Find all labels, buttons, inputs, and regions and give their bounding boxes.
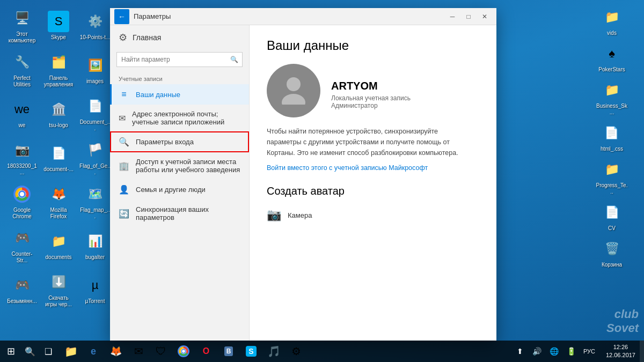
desktop-icons-right: 📁 vids ♠️ PokerStars 📁 Business_Sk... 📄 … bbox=[580, 0, 644, 333]
back-button[interactable]: ← bbox=[114, 9, 129, 24]
desktop-icon-utorrent[interactable]: µ µTorrent bbox=[77, 268, 113, 311]
desktop: 🖥️ Этот компьютер S Skype ⚙️ 10-Points-t… bbox=[0, 0, 644, 362]
desktop-icon-img1[interactable]: 📷 18033200_1... bbox=[4, 136, 40, 179]
icon-label-pokerstars: PokerStars bbox=[598, 67, 625, 73]
notifications-icon[interactable]: ⬆ bbox=[513, 341, 528, 362]
desktop-icon-tsu-logo[interactable]: 🏛️ tsu-logo bbox=[41, 92, 76, 135]
icon-label-html-css: html_.css bbox=[601, 146, 623, 152]
taskbar-pinned-apps: 📁e🦊✉🛡OВS🎵⚙ bbox=[58, 341, 508, 362]
icon-img-recycle-bin: 🗑️ bbox=[601, 238, 623, 260]
icon-label-business-sk: Business_Sk... bbox=[596, 103, 628, 116]
sidebar-label-family: Семья и другие люди bbox=[136, 186, 206, 194]
icon-img-cv: 📄 bbox=[601, 202, 623, 223]
battery-icon[interactable]: 🔋 bbox=[564, 341, 579, 362]
icon-img-tsu-logo: 🏛️ bbox=[48, 99, 69, 120]
info-text: Чтобы найти потерянное устройство, синхр… bbox=[267, 126, 471, 158]
desktop-icon-flag[interactable]: 🏳️ Flag_of_Ge... bbox=[77, 136, 113, 179]
icon-label-documents: documents bbox=[46, 254, 72, 261]
svg-point-9 bbox=[182, 350, 185, 353]
desktop-icon-10points[interactable]: ⚙️ 10-Points-t... bbox=[77, 4, 113, 47]
camera-item[interactable]: 📷 Камера bbox=[267, 204, 479, 226]
sidebar-item-sign-in-options[interactable]: 🔍 Параметры входа bbox=[110, 131, 249, 152]
icon-img-flag: 🏳️ bbox=[84, 139, 106, 161]
icon-img-mozilla-firefox: 🦊 bbox=[48, 183, 69, 205]
microsoft-account-link[interactable]: Войти вместо этого с учетной записью Май… bbox=[267, 164, 428, 172]
taskbar-app-vk[interactable]: В bbox=[218, 341, 239, 362]
taskbar-app-app13[interactable]: 🎵 bbox=[263, 341, 284, 362]
desktop-icon-pokerstars[interactable]: ♠️ PokerStars bbox=[596, 41, 627, 75]
desktop-icon-documents[interactable]: 📁 documents bbox=[41, 224, 76, 267]
start-button[interactable]: ⊞ bbox=[0, 341, 21, 362]
desktop-icon-we[interactable]: we we bbox=[4, 92, 40, 135]
sidebar-icon-sign-in-options: 🔍 bbox=[119, 137, 129, 147]
desktop-icon-flag-map[interactable]: 🗺️ Flag_map_... bbox=[77, 180, 113, 223]
user-account-type: Локальная учетная запись bbox=[331, 94, 411, 102]
taskbar-app-explorer[interactable]: 📁 bbox=[60, 341, 82, 362]
network-icon[interactable]: 🌐 bbox=[547, 341, 562, 362]
desktop-icon-mozilla-firefox[interactable]: 🦊 Mozilla Firefox bbox=[41, 180, 76, 223]
icon-img-doc2: 📄 bbox=[48, 143, 69, 164]
sidebar-item-family[interactable]: 👤 Семья и другие люди bbox=[110, 179, 249, 200]
sidebar-item-work-access[interactable]: 🏢 Доступ к учетной записи места работы и… bbox=[110, 152, 249, 179]
desktop-icon-doc2[interactable]: 📄 document-... bbox=[41, 136, 76, 179]
sidebar-item-sync[interactable]: 🔄 Синхронизация ваших параметров bbox=[110, 200, 249, 227]
desktop-icon-counter-strike[interactable]: 🎮 Counter-Str... bbox=[4, 224, 40, 267]
sidebar-icon-work-access: 🏢 bbox=[119, 161, 129, 171]
desktop-icon-images[interactable]: 🖼️ images bbox=[77, 48, 113, 91]
sidebar-home[interactable]: ⚙ Главная bbox=[110, 25, 249, 50]
icon-img-utorrent: µ bbox=[84, 275, 106, 296]
icon-label-control-panel: Панель управления bbox=[43, 75, 74, 88]
window-titlebar: ← Параметры ─ □ ✕ bbox=[110, 8, 496, 25]
sidebar-item-email-accounts[interactable]: ✉ Адрес электронной почты; учетные запис… bbox=[110, 105, 249, 131]
taskbar-app-settings-tb[interactable]: ⚙ bbox=[286, 341, 307, 362]
window-body: ⚙ Главная 🔍 Учетные записи ≡ Ваши данные… bbox=[110, 25, 496, 341]
desktop-icon-control-panel[interactable]: 🗂️ Панель управления bbox=[41, 48, 76, 91]
icon-img-bugalter: 📊 bbox=[84, 231, 106, 252]
avatar[interactable] bbox=[267, 64, 320, 117]
search-input[interactable] bbox=[116, 52, 243, 67]
taskbar-clock[interactable]: 12:26 12.06.2017 bbox=[602, 341, 640, 362]
taskbar-app-skype-tb[interactable]: S bbox=[240, 341, 262, 362]
taskbar-app-mail[interactable]: ✉ bbox=[128, 341, 149, 362]
volume-icon[interactable]: 🔊 bbox=[530, 341, 545, 362]
desktop-icon-recycle-bin[interactable]: 🗑️ Корзина bbox=[599, 236, 625, 270]
icon-label-skype: Skype bbox=[51, 34, 66, 41]
sidebar-search-container: 🔍 bbox=[116, 52, 243, 67]
taskbar-app-edge[interactable]: e bbox=[83, 341, 104, 362]
desktop-icon-perfect-utilities[interactable]: 🔧 Perfect Utilities bbox=[4, 48, 40, 91]
desktop-icons-left: 🖥️ Этот компьютер S Skype ⚙️ 10-Points-t… bbox=[0, 0, 107, 333]
icon-img-control-panel: 🗂️ bbox=[48, 51, 69, 73]
desktop-icon-google-chrome[interactable]: Google Chrome bbox=[4, 180, 40, 223]
settings-window: ← Параметры ─ □ ✕ ⚙ Главная 🔍 bbox=[110, 8, 496, 341]
window-title: Параметры bbox=[134, 12, 445, 20]
icon-label-document: Document_... bbox=[79, 119, 111, 132]
minimize-button[interactable]: ─ bbox=[445, 11, 460, 23]
desktop-icon-bugalter[interactable]: 📊 bugalter bbox=[77, 224, 113, 267]
desktop-icon-document[interactable]: 📄 Document_... bbox=[77, 92, 113, 135]
desktop-icon-cv[interactable]: 📄 CV bbox=[599, 200, 625, 234]
icon-label-flag-map: Flag_map_... bbox=[79, 207, 111, 220]
sidebar-item-your-data[interactable]: ≡ Ваши данные bbox=[110, 84, 249, 105]
desktop-icon-skype[interactable]: S Skype bbox=[41, 4, 76, 47]
taskbar-app-chrome[interactable] bbox=[173, 341, 194, 362]
close-button[interactable]: ✕ bbox=[477, 11, 492, 23]
desktop-icon-download-games[interactable]: ⬇️ Скачать игры чер... bbox=[41, 268, 76, 311]
desktop-icon-my-computer[interactable]: 🖥️ Этот компьютер bbox=[4, 4, 40, 47]
show-desktop[interactable] bbox=[640, 341, 644, 362]
person-icon bbox=[277, 72, 310, 109]
icon-label-bezymyann: Безымянн... bbox=[7, 298, 36, 305]
taskbar-app-firefox[interactable]: 🦊 bbox=[105, 341, 127, 362]
desktop-icon-html-css[interactable]: 📄 html_.css bbox=[598, 120, 625, 154]
desktop-icon-bezymyann[interactable]: 🎮 Безымянн... bbox=[4, 268, 40, 311]
task-view-button[interactable]: ❑ bbox=[39, 341, 58, 362]
user-role: Администратор bbox=[331, 102, 411, 109]
sidebar-label-sync: Синхронизация ваших параметров bbox=[136, 205, 240, 221]
desktop-icon-vids[interactable]: 📁 vids bbox=[599, 4, 625, 39]
taskbar-search[interactable]: 🔍 bbox=[21, 341, 39, 362]
maximize-button[interactable]: □ bbox=[461, 11, 476, 23]
desktop-icon-business-sk[interactable]: 📁 Business_Sk... bbox=[594, 77, 630, 118]
icon-label-images: images bbox=[86, 78, 104, 85]
desktop-icon-progress-te[interactable]: 📁 Progress_Te... bbox=[594, 157, 630, 197]
taskbar-app-defender[interactable]: 🛡 bbox=[150, 341, 172, 362]
taskbar-app-opera-icon[interactable]: O bbox=[195, 341, 217, 362]
